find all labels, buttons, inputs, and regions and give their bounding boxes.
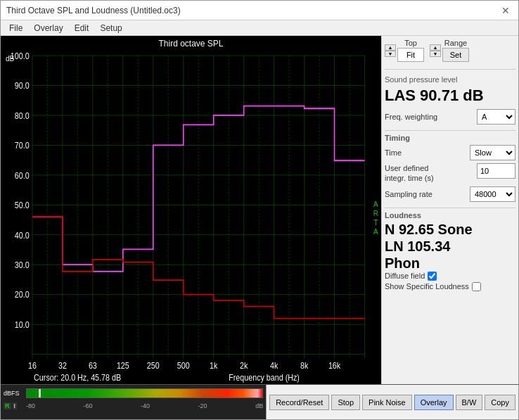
menu-bar: File Overlay Edit Setup bbox=[1, 20, 518, 36]
loudness-phon-value: Phon bbox=[385, 255, 515, 272]
pink-noise-button[interactable]: Pink Noise bbox=[362, 395, 412, 410]
svg-text:2k: 2k bbox=[240, 362, 248, 371]
timing-section-label: Timing bbox=[385, 134, 515, 142]
menu-file[interactable]: File bbox=[4, 22, 28, 34]
i-label: I bbox=[13, 402, 18, 409]
meter-scale: -80 -60 -40 -20 dB bbox=[26, 402, 263, 409]
y-axis-db-label: dB bbox=[6, 55, 14, 63]
dbfs-label: dBFS bbox=[4, 390, 23, 397]
tick-m70: -40 bbox=[141, 402, 150, 409]
level-indicator-r bbox=[39, 389, 41, 397]
chart-area: Third octave SPL dB ARTA bbox=[1, 36, 381, 384]
svg-text:70.0: 70.0 bbox=[15, 141, 30, 151]
stop-button[interactable]: Stop bbox=[331, 395, 360, 410]
svg-text:20.0: 20.0 bbox=[15, 291, 30, 300]
bw-button[interactable]: B/W bbox=[456, 395, 483, 410]
top-control-group: ▲ ▼ Top Fit bbox=[385, 39, 424, 62]
top-label: Top bbox=[404, 39, 417, 47]
svg-text:60.0: 60.0 bbox=[15, 171, 30, 180]
svg-text:16k: 16k bbox=[328, 362, 341, 371]
sampling-rate-row: Sampling rate 44100 48000 96000 192000 bbox=[385, 186, 515, 202]
range-spinner: ▲ ▼ bbox=[430, 44, 441, 57]
user-integr-input[interactable] bbox=[477, 163, 515, 179]
menu-edit[interactable]: Edit bbox=[69, 22, 95, 34]
range-control-group: ▲ ▼ Range Set bbox=[430, 39, 469, 62]
copy-button[interactable]: Copy bbox=[485, 395, 515, 410]
freq-weighting-row: Freq. weighting A B C Z bbox=[385, 109, 515, 125]
record-reset-button[interactable]: Record/Reset bbox=[269, 395, 329, 410]
show-specific-loudness-label: Show Specific Loudness bbox=[385, 282, 469, 291]
top-spinner: ▲ ▼ bbox=[385, 44, 396, 57]
title-bar: Third Octave SPL and Loudness (Untitled.… bbox=[1, 1, 518, 20]
svg-text:80.0: 80.0 bbox=[15, 111, 30, 120]
diffuse-field-label: Diffuse field bbox=[385, 272, 425, 280]
user-integr-label: User defined integr. time (s) bbox=[385, 163, 448, 184]
menu-overlay[interactable]: Overlay bbox=[28, 22, 68, 34]
svg-text:63: 63 bbox=[89, 362, 97, 371]
right-panel: ▲ ▼ Top Fit ▲ ▼ bbox=[381, 36, 518, 384]
top-down-button[interactable]: ▼ bbox=[385, 51, 396, 57]
freq-weighting-label: Freq. weighting bbox=[385, 113, 437, 121]
user-integr-row: User defined integr. time (s) bbox=[385, 163, 515, 184]
tick-db: dB bbox=[255, 402, 263, 409]
sampling-rate-label: Sampling rate bbox=[385, 190, 432, 198]
svg-text:90.0: 90.0 bbox=[15, 82, 30, 91]
action-buttons: Record/Reset Stop Pink Noise Overlay B/W… bbox=[266, 385, 518, 419]
divider-1 bbox=[385, 69, 515, 70]
svg-text:250: 250 bbox=[147, 362, 160, 371]
main-window: Third Octave SPL and Loudness (Untitled.… bbox=[0, 0, 519, 420]
tick-m60: -20 bbox=[198, 402, 207, 409]
range-label: Range bbox=[444, 39, 467, 47]
svg-text:500: 500 bbox=[177, 362, 190, 371]
loudness-section-label: Loudness bbox=[385, 211, 515, 219]
range-down-button[interactable]: ▼ bbox=[430, 51, 441, 57]
svg-text:Frequency band (Hz): Frequency band (Hz) bbox=[229, 374, 300, 383]
overlay-button[interactable]: Overlay bbox=[414, 395, 454, 410]
dbfs-meter: dBFS R I -80 -60 -40 -20 dB bbox=[1, 385, 266, 419]
svg-text:40.0: 40.0 bbox=[15, 231, 30, 240]
divider-2 bbox=[385, 130, 515, 131]
meter-bar-red bbox=[26, 388, 263, 398]
divider-3 bbox=[385, 208, 515, 208]
svg-text:32: 32 bbox=[58, 362, 67, 371]
chart-svg: 100.0 90.0 80.0 70.0 60.0 50.0 40.0 30.0… bbox=[2, 51, 380, 384]
diffuse-field-checkbox[interactable] bbox=[428, 272, 437, 281]
loudness-ln-value: LN 105.34 bbox=[385, 238, 515, 255]
svg-text:Cursor:  20.0 Hz, 45.78 dB: Cursor: 20.0 Hz, 45.78 dB bbox=[34, 374, 121, 383]
range-up-button[interactable]: ▲ bbox=[430, 44, 441, 51]
svg-text:50.0: 50.0 bbox=[15, 201, 30, 210]
window-title: Third Octave SPL and Loudness (Untitled.… bbox=[6, 6, 181, 15]
arta-label: ARTA bbox=[373, 200, 378, 236]
time-select[interactable]: Slow Fast Impulse bbox=[470, 145, 515, 160]
chart-title: Third octave SPL bbox=[1, 36, 381, 51]
show-specific-loudness-checkbox[interactable] bbox=[472, 282, 481, 291]
diffuse-field-row: Diffuse field bbox=[385, 272, 515, 281]
range-set-button[interactable]: Set bbox=[442, 48, 469, 62]
menu-setup[interactable]: Setup bbox=[94, 22, 127, 34]
top-display[interactable]: Fit bbox=[397, 48, 424, 62]
spl-value: LAS 90.71 dB bbox=[385, 87, 515, 105]
svg-rect-0 bbox=[2, 51, 380, 384]
svg-text:4k: 4k bbox=[270, 362, 278, 371]
svg-text:16: 16 bbox=[28, 362, 37, 371]
svg-text:1k: 1k bbox=[210, 362, 218, 371]
top-up-button[interactable]: ▲ bbox=[385, 44, 396, 51]
time-row: Time Slow Fast Impulse bbox=[385, 145, 515, 160]
svg-text:125: 125 bbox=[117, 362, 129, 371]
loudness-n-value: N 92.65 Sone bbox=[385, 221, 515, 238]
freq-weighting-select[interactable]: A B C Z bbox=[477, 109, 515, 125]
r-label: R bbox=[4, 402, 11, 409]
show-specific-loudness-row: Show Specific Loudness bbox=[385, 282, 515, 291]
svg-text:10.0: 10.0 bbox=[15, 320, 30, 329]
close-button[interactable]: ✕ bbox=[499, 4, 513, 18]
svg-text:30.0: 30.0 bbox=[15, 260, 30, 269]
sampling-rate-select[interactable]: 44100 48000 96000 192000 bbox=[470, 186, 515, 202]
bottom-bar: dBFS R I -80 -60 -40 -20 dB bbox=[1, 384, 518, 419]
spl-section-label: Sound pressure level bbox=[385, 75, 515, 84]
tick-m90: -80 bbox=[26, 402, 35, 409]
svg-text:8k: 8k bbox=[300, 362, 309, 371]
main-content: Third octave SPL dB ARTA bbox=[1, 36, 518, 384]
tick-m80: -60 bbox=[84, 402, 93, 409]
top-controls: ▲ ▼ Top Fit ▲ ▼ bbox=[385, 39, 515, 62]
time-label: Time bbox=[385, 148, 402, 157]
